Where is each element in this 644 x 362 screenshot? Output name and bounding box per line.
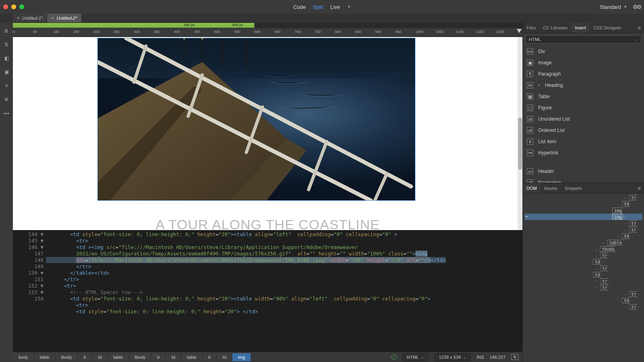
insert-category-select[interactable]: HTML ⌄ xyxy=(525,35,642,43)
ruler[interactable]: 0501001502002503003504004505005506006507… xyxy=(13,28,522,37)
expand-arrow-icon[interactable]: ⌄ xyxy=(594,266,599,270)
minimize-window-icon[interactable] xyxy=(11,4,16,9)
insert-item[interactable]: H▾Heading xyxy=(523,80,644,91)
panel-tab-assets[interactable]: Assets xyxy=(541,183,561,193)
insert-item[interactable]: ▣Image xyxy=(523,57,644,68)
insert-item[interactable]: ▭Header xyxy=(523,166,644,177)
code-content[interactable]: <td style="font-size: 0; line-height: 0;… xyxy=(13,230,522,315)
scrollbar-thumb[interactable] xyxy=(518,117,522,170)
tag-path-chip[interactable]: td xyxy=(92,353,107,361)
tag-path-chip[interactable]: img xyxy=(232,353,251,361)
expand-arrow-icon[interactable]: ⌄ xyxy=(616,234,620,238)
dom-tree-row[interactable]: ⌄table xyxy=(524,239,642,246)
panel-menu-icon[interactable]: ≡ xyxy=(634,185,644,191)
expand-arrow-icon[interactable]: ⌄ xyxy=(616,202,620,206)
expand-arrow-icon[interactable]: ⌄ xyxy=(623,195,627,200)
target-icon[interactable]: ⊕ xyxy=(3,96,10,103)
workspace-selector[interactable]: Standard ▼ xyxy=(600,4,627,10)
insert-item[interactable]: ▦Table xyxy=(523,91,644,102)
insert-item[interactable]: ⚯Hyperlink xyxy=(523,147,644,158)
hero-image[interactable] xyxy=(97,38,415,201)
close-window-icon[interactable] xyxy=(3,4,8,9)
document-tab[interactable]: × Untitled-1* xyxy=(13,14,47,23)
expand-arrow-icon[interactable]: › xyxy=(623,305,627,309)
tag-path-chip[interactable]: tbody xyxy=(129,353,151,361)
live-preview-canvas[interactable]: A TOUR ALONG THE COASTLINE WHERE WILL YO… xyxy=(13,37,522,230)
inspect-icon[interactable]: ▣ xyxy=(3,68,10,76)
dom-tree-row[interactable]: td xyxy=(524,272,642,278)
list-icon[interactable]: ≡ xyxy=(3,82,10,89)
tag-path-chip[interactable]: tr xyxy=(202,353,217,361)
insert-item[interactable]: liList Item xyxy=(523,136,644,147)
settings-icon[interactable]: ⚙⚙ xyxy=(633,4,641,10)
expand-arrow-icon[interactable]: ⌄ xyxy=(601,241,605,245)
tag-path-chip[interactable]: body xyxy=(13,353,34,361)
insert-item[interactable]: <>Div xyxy=(523,46,644,57)
dom-tree-row[interactable]: +img xyxy=(524,214,642,220)
expand-arrow-icon[interactable]: ⌄ xyxy=(594,247,598,251)
dom-tree-row[interactable]: ⌄tr xyxy=(524,291,642,297)
insert-item[interactable]: ¶Paragraph xyxy=(523,68,644,80)
expand-arrow-icon[interactable]: › xyxy=(594,286,599,290)
dom-tree-row[interactable]: td xyxy=(524,297,642,304)
insert-item[interactable]: olOrdered List xyxy=(523,125,644,136)
view-mode-split[interactable]: Split xyxy=(313,4,323,10)
panel-tab-css-designer[interactable]: CSS Designer xyxy=(590,23,625,33)
dom-tree-row[interactable]: ⌄tbody xyxy=(524,246,642,252)
insert-item[interactable]: ulUnordered List xyxy=(523,113,644,125)
document-tab[interactable]: × Untitled-2* xyxy=(47,14,81,23)
settings-sliders-icon[interactable]: ⇅ xyxy=(3,41,10,48)
dom-tree[interactable]: ⌄tr⌄tdimg+img›tr⌄tr⌄td⌄table⌄tbody⌄trtd⌄… xyxy=(523,193,644,362)
tag-path-chip[interactable]: table xyxy=(34,353,56,361)
panel-tab-snippets[interactable]: Snippets xyxy=(561,183,586,193)
panel-tab-insert[interactable]: Insert xyxy=(571,23,590,33)
dom-tree-row[interactable]: ⌄tr xyxy=(524,265,642,272)
expand-arrow-icon[interactable]: › xyxy=(623,221,627,225)
media-query-bar[interactable]: ‹‹‹‹ 480 px ‹‹‹‹ 600 px xyxy=(13,23,522,28)
dom-tree-row[interactable]: ⌄tr xyxy=(524,252,642,259)
view-mode-code[interactable]: Code xyxy=(293,4,305,10)
panel-menu-icon[interactable]: ≡ xyxy=(634,25,644,31)
validation-ok-icon[interactable]: ✓ xyxy=(391,354,397,360)
dom-tree-row[interactable]: ›tr xyxy=(524,284,642,291)
tag-path-chip[interactable]: tbody xyxy=(56,353,78,361)
dom-tree-row[interactable]: img xyxy=(524,207,642,214)
tag-path-chip[interactable]: tr xyxy=(78,353,93,361)
viewport-width-marker-icon[interactable] xyxy=(517,29,522,33)
viewport-size[interactable]: 1239 x 534 ⌄ xyxy=(434,353,471,361)
tag-path-chip[interactable]: tr xyxy=(151,353,166,361)
media-query-breakpoint[interactable]: ‹‹‹‹ 480 px xyxy=(13,23,206,28)
more-icon[interactable]: ••• xyxy=(3,111,10,117)
dom-tree-row[interactable]: td xyxy=(524,259,642,265)
expand-arrow-icon[interactable]: ⌄ xyxy=(623,292,627,296)
dom-tree-row[interactable]: ›tr xyxy=(524,304,642,310)
dom-tree-row[interactable]: ⌄td xyxy=(524,201,642,207)
expand-arrow-icon[interactable]: ⌄ xyxy=(623,228,627,232)
tag-path-chip[interactable]: table xyxy=(108,353,129,361)
dom-tree-row[interactable]: ⌄tr xyxy=(524,194,642,201)
vertical-scrollbar[interactable] xyxy=(518,37,522,230)
maximize-window-icon[interactable] xyxy=(19,4,24,9)
close-icon[interactable]: × xyxy=(51,15,54,21)
chevron-down-icon[interactable]: ▼ xyxy=(347,5,351,9)
file-icon[interactable]: 🗎 xyxy=(3,27,10,35)
panel-tab-dom[interactable]: DOM xyxy=(523,183,541,193)
insert-item[interactable]: ⇄Navigation xyxy=(523,177,644,183)
language-selector[interactable]: HTML ⌄ xyxy=(402,353,429,361)
toggle-icon[interactable]: ◧ xyxy=(3,55,10,62)
dom-tree-row[interactable]: ›tr xyxy=(524,220,642,226)
close-icon[interactable]: × xyxy=(17,15,20,21)
add-element-icon[interactable]: + xyxy=(525,214,531,220)
preview-icon[interactable]: ↯ xyxy=(511,354,518,360)
media-query-breakpoint[interactable]: ‹‹‹‹ 600 px xyxy=(206,23,254,28)
view-mode-live[interactable]: Live xyxy=(330,4,340,10)
panel-tab-files[interactable]: Files xyxy=(523,23,539,33)
dom-tree-row[interactable]: ⌄tr xyxy=(524,226,642,233)
dom-tree-row[interactable]: ›tr xyxy=(524,278,642,284)
tag-path-chip[interactable]: table xyxy=(181,353,202,361)
expand-arrow-icon[interactable]: ⌄ xyxy=(594,253,599,257)
panel-tab-cc-libraries[interactable]: CC Libraries xyxy=(539,23,571,33)
dom-tree-row[interactable]: ⌄td xyxy=(524,233,642,239)
tag-path-chip[interactable]: td xyxy=(166,353,181,361)
tag-path-chip[interactable]: td xyxy=(217,353,232,361)
